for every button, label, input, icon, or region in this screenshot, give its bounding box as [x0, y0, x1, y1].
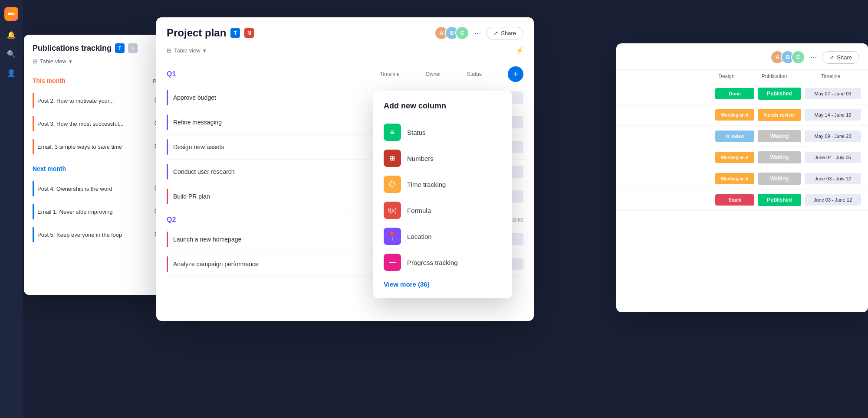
status-icon: ≡ [384, 124, 401, 141]
this-month-label: This month [33, 77, 65, 84]
progress-icon: — [384, 254, 401, 271]
timeline-badge: May 14 - June 16 [805, 109, 861, 121]
share-button[interactable]: ↗ Share [486, 27, 523, 39]
col-option-timetracking[interactable]: ⏱ Time tracking [384, 171, 502, 197]
col-option-numbers[interactable]: ⊞ Numbers [384, 145, 502, 171]
pub-badge-blue: T [115, 43, 125, 53]
filter-icon[interactable]: ⚡ [516, 47, 523, 54]
post-text: Email 1: Never stop improving [37, 209, 151, 215]
timeline-col-header: Timeline [800, 73, 861, 79]
right-col-headers: Design Publication Timeline [616, 70, 868, 83]
list-item: Post 2: How to motivate your... 💬 A [33, 89, 176, 112]
list-item: Post 5: Keep everyone in the loop 💬 C [33, 223, 176, 246]
location-icon: 📍 [384, 228, 401, 245]
list-item: Post 3: How the most successful... 💬 B [33, 112, 176, 135]
list-item: Email: 3 simple ways to save time 💬 C [33, 135, 176, 158]
col-label-status: Status [407, 129, 426, 136]
timeline-badge: May 09 - June 23 [805, 131, 861, 142]
person-icon[interactable]: 👤 [6, 68, 16, 78]
right-share-button[interactable]: ↗ Share [822, 51, 859, 64]
design-status: Stuck [715, 194, 754, 206]
col-option-location[interactable]: 📍 Location [384, 223, 502, 249]
col-label-progress: Progress tracking [407, 259, 458, 266]
table-row: Done Published May 07 - June 09 [616, 83, 868, 104]
list-item: Post 4: Ownership is the word 💬 A [33, 177, 176, 200]
q1-label: Q1 [167, 70, 176, 78]
collaborators-avatars: A B C [434, 26, 469, 40]
col-label-location: Location [407, 233, 432, 240]
pub-badge-gray: ≡ [128, 43, 138, 53]
status-badge: Published [758, 88, 801, 100]
pub-title-row: Publications tracking T ≡ [33, 43, 176, 53]
table-row: Working on it Needs review May 14 - June… [616, 104, 868, 126]
app-logo[interactable] [4, 7, 18, 21]
share-icon: ↗ [829, 54, 834, 61]
proj-view-row: ⊞ Table view ▾ ⚡ [167, 47, 523, 59]
right-window: A B C ··· ↗ Share Design Publication Tim… [616, 43, 868, 312]
design-status: In review [715, 131, 754, 142]
right-body: Design Publication Timeline Done Publish… [616, 70, 868, 312]
q1-header: Q1 Timeline Owner Status + [167, 59, 523, 85]
col-label-timetracking: Time tracking [407, 181, 446, 188]
pub-title: Publications tracking [33, 44, 112, 53]
proj-title: Project plan [167, 27, 226, 39]
post-text: Post 5: Keep everyone in the loop [37, 232, 151, 238]
proj-badge-blue: T [230, 28, 240, 38]
proj-badge-google: M [244, 28, 254, 38]
publication-col-header: Publication [748, 73, 800, 79]
post-text: Post 3: How the most successful... [37, 121, 151, 127]
post-border [33, 204, 34, 219]
design-col-header: Design [705, 73, 748, 79]
owner-col-header: Owner [426, 71, 441, 77]
sidebar: 🔔 🔍 👤 [0, 0, 23, 418]
post-border [33, 181, 34, 196]
bell-icon[interactable]: 🔔 [6, 29, 16, 40]
view-more-link[interactable]: View more (36) [384, 281, 502, 288]
timeline-col-header: Timeline [380, 71, 400, 77]
formula-icon: f(x) [384, 202, 401, 219]
col-option-formula[interactable]: f(x) Formula [384, 197, 502, 223]
right-header: A B C ··· ↗ Share [616, 43, 868, 70]
status-badge: Needs review [758, 109, 801, 121]
post-border [33, 139, 34, 154]
status-badge: Waiting [758, 151, 801, 163]
col-label-numbers: Numbers [407, 155, 434, 162]
right-avatars: A B C [770, 50, 805, 64]
design-status: Working on it [715, 173, 754, 184]
table-row: Working on it Waiting June 03 - July 12 [616, 168, 868, 189]
svg-point-2 [12, 13, 15, 15]
post-border [33, 227, 34, 242]
col-option-progress[interactable]: — Progress tracking [384, 249, 502, 275]
pub-view-row[interactable]: ⊞ Table view ▾ [33, 58, 176, 65]
post-border [33, 93, 34, 108]
add-column-button[interactable]: + [508, 66, 523, 82]
more-button[interactable]: ··· [474, 29, 481, 38]
next-month-label: Next month [33, 165, 176, 172]
timeline-badge: June 04 - July 05 [805, 152, 861, 163]
post-text: Post 4: Ownership is the word [37, 186, 151, 192]
timetracking-icon: ⏱ [384, 176, 401, 193]
timeline-badge: May 07 - June 09 [805, 88, 861, 99]
status-badge: Published [758, 194, 801, 206]
proj-view-label: Table view [174, 47, 201, 54]
q2-label: Q2 [167, 216, 176, 224]
table-row: In review Waiting May 09 - June 23 [616, 126, 868, 147]
post-text: Email: 3 simple ways to save time [37, 144, 151, 150]
timeline-badge: June 03 - July 12 [805, 173, 861, 184]
list-item: Email 1: Never stop improving 💬 D [33, 200, 176, 223]
proj-title-row: Project plan T M A B C ··· ↗ Share [167, 26, 523, 40]
col-option-status[interactable]: ≡ Status [384, 119, 502, 145]
col-label-formula: Formula [407, 207, 431, 214]
search-icon[interactable]: 🔍 [6, 49, 16, 59]
this-month-posts: Post 2: How to motivate your... 💬 A Post… [33, 89, 176, 158]
status-badge: Waiting [758, 173, 801, 185]
post-border [33, 116, 34, 131]
popup-title: Add new column [384, 101, 502, 111]
pub-view-label: Table view [40, 58, 66, 65]
table-row: Stuck Published June 03 - June 12 [616, 189, 868, 211]
avatar: C [455, 26, 469, 40]
status-col-header: Status [467, 71, 482, 77]
right-more-button[interactable]: ··· [810, 53, 817, 62]
add-column-popup: Add new column ≡ Status ⊞ Numbers ⏱ Time… [373, 91, 512, 298]
numbers-icon: ⊞ [384, 150, 401, 167]
